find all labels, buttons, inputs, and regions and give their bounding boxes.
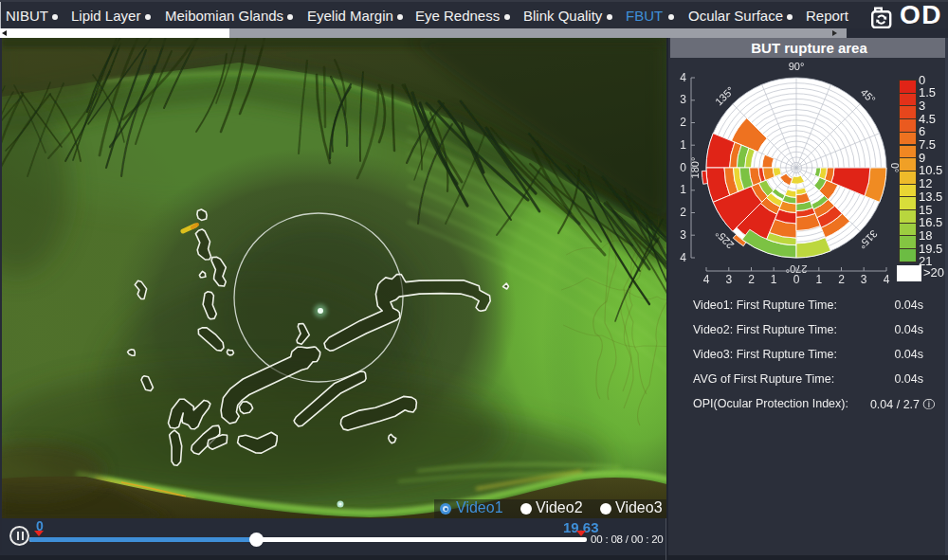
- svg-text:1: 1: [680, 138, 686, 152]
- svg-text:3: 3: [680, 228, 686, 242]
- svg-text:45°: 45°: [859, 86, 878, 105]
- svg-text:2: 2: [748, 273, 755, 286]
- svg-text:90°: 90°: [789, 61, 805, 72]
- svg-text:2: 2: [838, 273, 845, 286]
- svg-text:3: 3: [680, 93, 686, 106]
- svg-text:1: 1: [815, 273, 822, 286]
- svg-text:4: 4: [884, 273, 890, 286]
- svg-text:1: 1: [771, 273, 777, 286]
- svg-text:3: 3: [861, 273, 867, 286]
- svg-text:4: 4: [680, 251, 686, 264]
- svg-text:2: 2: [680, 116, 686, 129]
- svg-text:3: 3: [725, 273, 732, 286]
- svg-text:0: 0: [680, 161, 686, 174]
- svg-text:1: 1: [680, 183, 686, 196]
- svg-text:2: 2: [680, 206, 686, 219]
- svg-text:0: 0: [793, 273, 800, 286]
- svg-text:4: 4: [703, 273, 710, 286]
- svg-text:4: 4: [680, 71, 686, 84]
